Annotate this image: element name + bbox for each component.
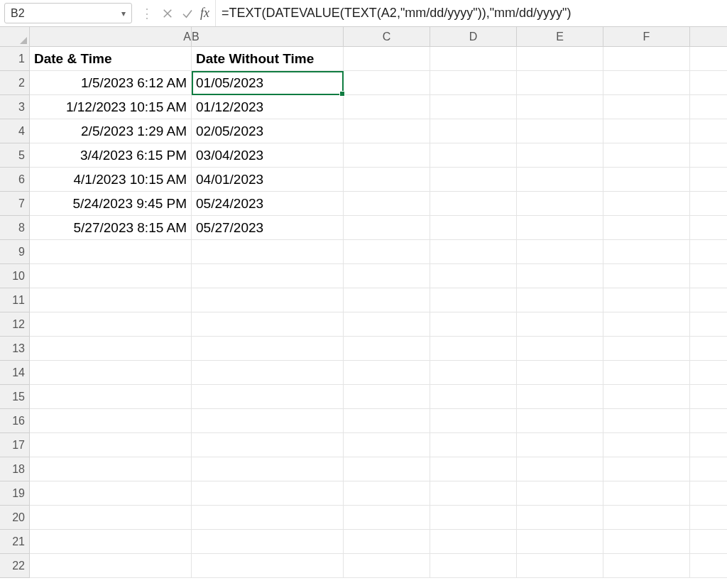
- enter-formula-button[interactable]: [177, 0, 197, 26]
- cell-A22[interactable]: [30, 554, 192, 578]
- row-header-1[interactable]: 1: [0, 47, 30, 71]
- cell-C12[interactable]: [344, 312, 430, 337]
- cell-D18[interactable]: [430, 457, 517, 481]
- cell-G13[interactable]: [690, 337, 727, 361]
- cell-E13[interactable]: [517, 337, 603, 361]
- cells-area[interactable]: Date & TimeDate Without Time1/5/2023 6:1…: [30, 47, 727, 578]
- cell-G6[interactable]: [690, 168, 727, 192]
- cell-E22[interactable]: [517, 554, 603, 578]
- cell-F11[interactable]: [603, 288, 690, 312]
- cell-D10[interactable]: [430, 264, 517, 288]
- cell-F3[interactable]: [603, 95, 690, 119]
- cell-E2[interactable]: [517, 71, 603, 95]
- row-header-4[interactable]: 4: [0, 119, 30, 143]
- cell-G5[interactable]: [690, 143, 727, 168]
- cell-G22[interactable]: [690, 554, 727, 578]
- cell-G2[interactable]: [690, 71, 727, 95]
- cell-E9[interactable]: [517, 240, 603, 264]
- row-header-6[interactable]: 6: [0, 168, 30, 192]
- cell-G3[interactable]: [690, 95, 727, 119]
- cell-B6[interactable]: 04/01/2023: [192, 168, 344, 192]
- cell-F12[interactable]: [603, 312, 690, 337]
- cell-F20[interactable]: [603, 506, 690, 530]
- cell-D20[interactable]: [430, 506, 517, 530]
- cell-G18[interactable]: [690, 457, 727, 481]
- cell-G10[interactable]: [690, 264, 727, 288]
- cell-C13[interactable]: [344, 337, 430, 361]
- cell-G9[interactable]: [690, 240, 727, 264]
- cell-B18[interactable]: [192, 457, 344, 481]
- cell-G14[interactable]: [690, 361, 727, 385]
- row-header-21[interactable]: 21: [0, 530, 30, 554]
- cell-F9[interactable]: [603, 240, 690, 264]
- cell-F15[interactable]: [603, 385, 690, 409]
- column-header-D[interactable]: D: [430, 27, 517, 47]
- row-header-3[interactable]: 3: [0, 95, 30, 119]
- cell-F17[interactable]: [603, 433, 690, 457]
- cell-E5[interactable]: [517, 143, 603, 168]
- column-header-A[interactable]: A: [30, 27, 192, 47]
- cell-G19[interactable]: [690, 481, 727, 506]
- cell-B4[interactable]: 02/05/2023: [192, 119, 344, 143]
- cell-E6[interactable]: [517, 168, 603, 192]
- cell-E12[interactable]: [517, 312, 603, 337]
- cell-D16[interactable]: [430, 409, 517, 433]
- cell-C16[interactable]: [344, 409, 430, 433]
- row-header-7[interactable]: 7: [0, 192, 30, 216]
- cell-F1[interactable]: [603, 47, 690, 71]
- cell-E15[interactable]: [517, 385, 603, 409]
- select-all-corner[interactable]: [0, 27, 30, 47]
- cell-A5[interactable]: 3/4/2023 6:15 PM: [30, 143, 192, 168]
- row-header-22[interactable]: 22: [0, 554, 30, 578]
- cell-C18[interactable]: [344, 457, 430, 481]
- row-header-11[interactable]: 11: [0, 288, 30, 312]
- cell-E4[interactable]: [517, 119, 603, 143]
- insert-function-button[interactable]: fx: [197, 0, 215, 26]
- formula-input[interactable]: =TEXT(DATEVALUE(TEXT(A2,"mm/dd/yyyy")),"…: [215, 0, 727, 26]
- cell-B15[interactable]: [192, 385, 344, 409]
- cell-F7[interactable]: [603, 192, 690, 216]
- cell-C4[interactable]: [344, 119, 430, 143]
- cell-A15[interactable]: [30, 385, 192, 409]
- row-header-9[interactable]: 9: [0, 240, 30, 264]
- cell-C6[interactable]: [344, 168, 430, 192]
- cell-B21[interactable]: [192, 530, 344, 554]
- cell-D21[interactable]: [430, 530, 517, 554]
- cell-C11[interactable]: [344, 288, 430, 312]
- cell-D1[interactable]: [430, 47, 517, 71]
- cell-C21[interactable]: [344, 530, 430, 554]
- cell-G7[interactable]: [690, 192, 727, 216]
- cell-D2[interactable]: [430, 71, 517, 95]
- cell-E3[interactable]: [517, 95, 603, 119]
- cell-F21[interactable]: [603, 530, 690, 554]
- cell-A16[interactable]: [30, 409, 192, 433]
- column-header-F[interactable]: F: [603, 27, 690, 47]
- cell-F14[interactable]: [603, 361, 690, 385]
- cell-D15[interactable]: [430, 385, 517, 409]
- row-header-15[interactable]: 15: [0, 385, 30, 409]
- cell-B11[interactable]: [192, 288, 344, 312]
- cell-C8[interactable]: [344, 216, 430, 240]
- cell-F2[interactable]: [603, 71, 690, 95]
- cell-F10[interactable]: [603, 264, 690, 288]
- cell-C10[interactable]: [344, 264, 430, 288]
- cell-G12[interactable]: [690, 312, 727, 337]
- row-header-8[interactable]: 8: [0, 216, 30, 240]
- cell-F13[interactable]: [603, 337, 690, 361]
- cell-G11[interactable]: [690, 288, 727, 312]
- cell-A1[interactable]: Date & Time: [30, 47, 192, 71]
- cancel-formula-button[interactable]: [158, 0, 177, 26]
- column-header-E[interactable]: E: [517, 27, 603, 47]
- cell-B22[interactable]: [192, 554, 344, 578]
- cell-E1[interactable]: [517, 47, 603, 71]
- cell-C15[interactable]: [344, 385, 430, 409]
- cell-A14[interactable]: [30, 361, 192, 385]
- column-header-B[interactable]: B: [192, 27, 344, 47]
- cell-A7[interactable]: 5/24/2023 9:45 PM: [30, 192, 192, 216]
- chevron-down-icon[interactable]: ▾: [121, 9, 126, 18]
- cell-D9[interactable]: [430, 240, 517, 264]
- column-header-C[interactable]: C: [344, 27, 430, 47]
- cell-F8[interactable]: [603, 216, 690, 240]
- cell-F22[interactable]: [603, 554, 690, 578]
- cell-B12[interactable]: [192, 312, 344, 337]
